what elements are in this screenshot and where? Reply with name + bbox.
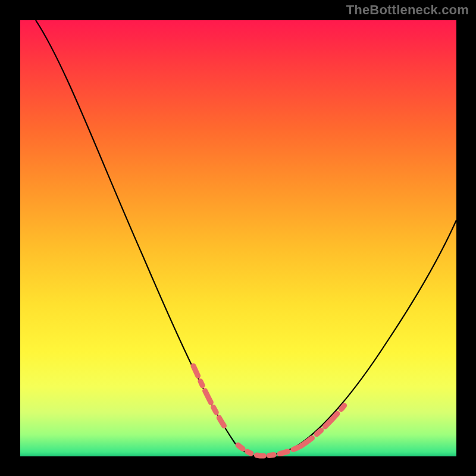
- watermark-label: TheBottleneck.com: [346, 2, 469, 18]
- plot-area: [20, 20, 456, 456]
- chart-frame: TheBottleneck.com: [0, 0, 476, 476]
